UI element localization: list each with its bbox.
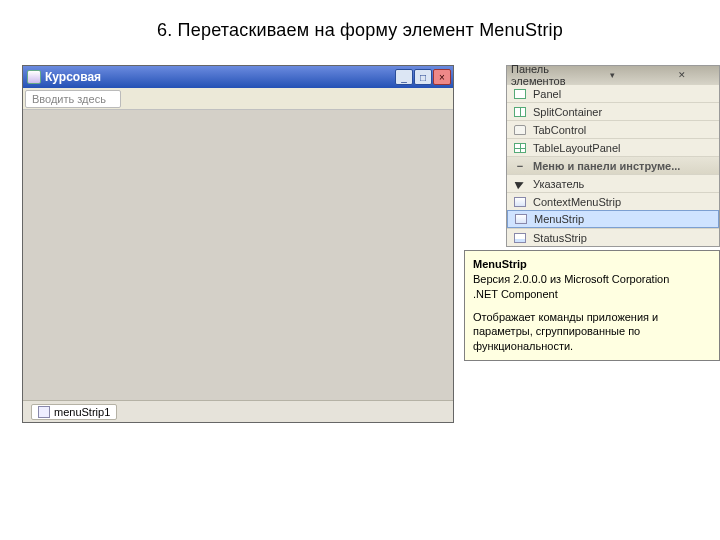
titlebar[interactable]: Курсовая _ □ ×	[23, 66, 453, 88]
close-button[interactable]: ×	[433, 69, 451, 85]
toolbox-item-label: SplitContainer	[533, 106, 602, 118]
toolbox-group-menus[interactable]: − Меню и панели инструме...	[507, 156, 719, 174]
component-tray: menuStrip1	[23, 400, 453, 422]
pin-icon[interactable]: ▾	[580, 70, 645, 80]
window-title: Курсовая	[45, 70, 395, 84]
collapse-icon: −	[513, 160, 527, 172]
tooltip: MenuStrip Версия 2.0.0.0 из Microsoft Co…	[464, 250, 720, 361]
minimize-button[interactable]: _	[395, 69, 413, 85]
toolbox-item-tablelayoutpanel[interactable]: TableLayoutPanel	[507, 138, 719, 156]
slide-title: 6. Перетаскиваем на форму элемент MenuSt…	[0, 0, 720, 55]
contextmenustrip-icon	[513, 196, 527, 208]
tray-item-label: menuStrip1	[54, 406, 110, 418]
tooltip-component: .NET Component	[473, 287, 711, 302]
panel-icon	[513, 88, 527, 100]
toolbox-item-tabcontrol[interactable]: TabControl	[507, 120, 719, 138]
menustrip-icon	[514, 213, 528, 225]
form-client-area[interactable]	[23, 110, 453, 400]
toolbox-item-splitcontainer[interactable]: SplitContainer	[507, 102, 719, 120]
toolbox-item-label: Указатель	[533, 178, 584, 190]
toolbox-header[interactable]: Панель элементов ▾ ✕	[507, 66, 719, 84]
toolbox-item-label: Panel	[533, 88, 561, 100]
toolbox-item-label: MenuStrip	[534, 213, 584, 225]
form-designer-window: Курсовая _ □ × Вводить здесь menuStrip1	[22, 65, 454, 423]
toolbox-item-pointer[interactable]: Указатель	[507, 174, 719, 192]
toolbox-item-label: ContextMenuStrip	[533, 196, 621, 208]
menustrip-icon	[38, 406, 50, 418]
toolbox-item-panel[interactable]: Panel	[507, 84, 719, 102]
tooltip-title: MenuStrip	[473, 257, 711, 272]
toolbox-item-contextmenustrip[interactable]: ContextMenuStrip	[507, 192, 719, 210]
tooltip-version: Версия 2.0.0.0 из Microsoft Corporation	[473, 272, 711, 287]
window-buttons: _ □ ×	[395, 69, 451, 85]
close-icon[interactable]: ✕	[650, 70, 715, 80]
tooltip-description: Отображает команды приложения и параметр…	[473, 310, 711, 355]
tray-item-menustrip1[interactable]: menuStrip1	[31, 404, 117, 420]
toolbox-header-label: Панель элементов	[511, 63, 576, 87]
pointer-icon	[513, 178, 527, 190]
tabcontrol-icon	[513, 124, 527, 136]
toolbox-item-statusstrip[interactable]: StatusStrip	[507, 228, 719, 246]
maximize-button[interactable]: □	[414, 69, 432, 85]
menustrip-bar[interactable]: Вводить здесь	[23, 88, 453, 110]
toolbox-panel: Панель элементов ▾ ✕ Panel SplitContaine…	[506, 65, 720, 247]
toolbox-item-label: StatusStrip	[533, 232, 587, 244]
toolbox-group-label: Меню и панели инструме...	[533, 160, 680, 172]
tablelayoutpanel-icon	[513, 142, 527, 154]
toolbox-item-label: TableLayoutPanel	[533, 142, 620, 154]
toolbox-item-label: TabControl	[533, 124, 586, 136]
menustrip-type-here[interactable]: Вводить здесь	[25, 90, 121, 108]
splitcontainer-icon	[513, 106, 527, 118]
toolbox-item-menustrip[interactable]: MenuStrip	[507, 210, 719, 228]
app-icon	[27, 70, 41, 84]
statusstrip-icon	[513, 232, 527, 244]
